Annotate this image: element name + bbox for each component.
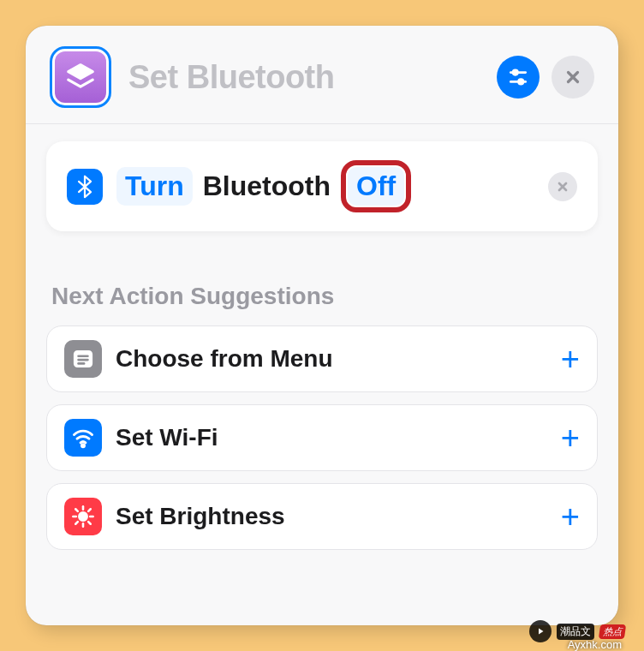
shortcut-app-icon-selected[interactable] [50, 46, 111, 108]
action-set-bluetooth[interactable]: Turn Bluetooth Off [46, 141, 598, 231]
brightness-icon [71, 505, 95, 529]
bluetooth-icon-tile [67, 169, 103, 205]
plus-icon[interactable]: + [561, 499, 580, 535]
play-circle-icon [529, 620, 552, 642]
remove-action-button[interactable] [548, 172, 577, 201]
sliders-icon [507, 66, 529, 88]
watermark-text-2: 热点 [599, 624, 626, 639]
action-subject-token: Bluetooth [198, 167, 336, 206]
suggestion-set-wifi[interactable]: Set Wi-Fi + [46, 404, 598, 471]
plus-icon[interactable]: + [561, 341, 580, 378]
svg-line-19 [88, 522, 91, 524]
svg-point-12 [81, 445, 84, 447]
suggestion-set-brightness[interactable]: Set Brightness + [46, 483, 598, 550]
shortcut-icon-tile [55, 51, 106, 103]
shortcuts-panel: Set Bluetooth Turn Bluetooth [26, 26, 618, 625]
header: Set Bluetooth [26, 26, 618, 124]
plus-icon[interactable]: + [561, 420, 580, 457]
close-icon [556, 180, 569, 194]
svg-line-18 [75, 509, 78, 511]
bluetooth-icon [75, 175, 95, 199]
suggestion-label: Choose from Menu [116, 345, 333, 373]
watermark-url: Ayxhk.com [568, 638, 622, 651]
suggestion-label: Set Brightness [116, 503, 285, 530]
page-title[interactable]: Set Bluetooth [128, 59, 497, 96]
close-button[interactable] [552, 56, 594, 99]
svg-point-3 [519, 80, 523, 84]
brightness-icon-tile [64, 498, 102, 535]
svg-line-21 [88, 509, 91, 511]
suggestion-label: Set Wi-Fi [116, 424, 218, 451]
suggestions-heading: Next Action Suggestions [51, 283, 593, 310]
menu-icon-tile [64, 340, 102, 378]
svg-point-13 [79, 512, 86, 520]
action-verb-token[interactable]: Turn [116, 167, 193, 206]
watermark-text-1: 潮品文 [557, 624, 594, 640]
svg-point-1 [513, 70, 517, 75]
highlight-frame: Off [341, 160, 411, 212]
action-text: Turn Bluetooth Off [116, 160, 411, 212]
layers-icon [64, 61, 97, 93]
wifi-icon [71, 426, 95, 450]
menu-list-icon [72, 348, 94, 370]
action-state-token[interactable]: Off [348, 167, 404, 206]
svg-line-20 [75, 522, 78, 524]
suggestion-choose-from-menu[interactable]: Choose from Menu + [46, 326, 598, 392]
close-icon [564, 68, 582, 87]
settings-button[interactable] [497, 56, 540, 99]
wifi-icon-tile [64, 419, 102, 457]
